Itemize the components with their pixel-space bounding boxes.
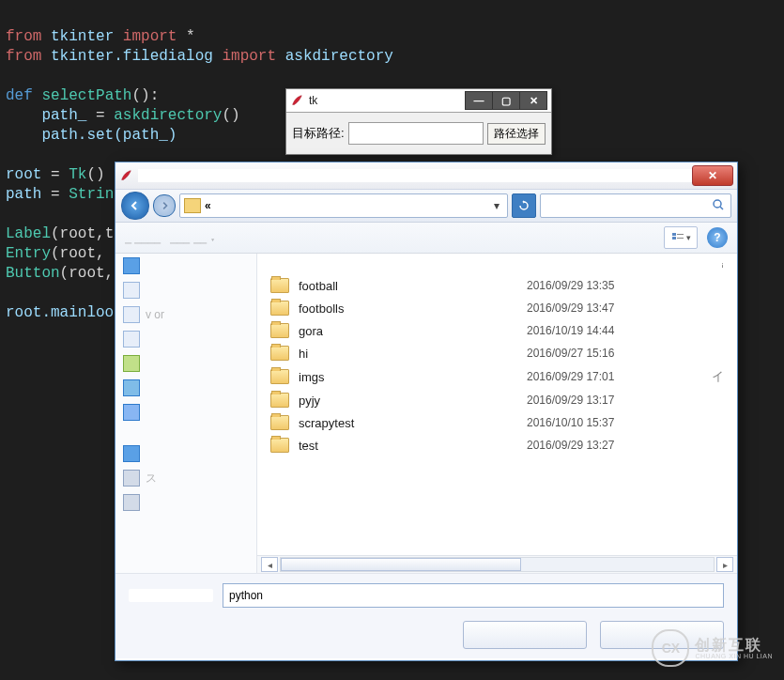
file-row[interactable]: gora2016/10/19 14:44 — [257, 319, 737, 342]
address-dropdown-icon[interactable]: ▾ — [490, 199, 503, 212]
file-date: 2016/09/29 13:47 — [527, 301, 677, 315]
back-button[interactable] — [121, 192, 149, 220]
dialog-close-button[interactable]: ✕ — [692, 165, 733, 186]
address-bar[interactable]: « ▾ — [179, 193, 508, 218]
music-icon — [123, 404, 140, 421]
file-name: football — [299, 279, 517, 293]
search-icon — [712, 198, 725, 214]
horizontal-scrollbar[interactable]: ◂ ▸ — [257, 555, 737, 573]
dialog-feather-icon — [119, 169, 132, 182]
file-dialog: ✕ « ▾ ⎯ ⎯⎯⎯⎯ ⎯⎯⎯ ⎯⎯ ▾ — [115, 162, 738, 661]
file-row[interactable]: footbolls2016/09/29 13:47 — [257, 297, 737, 319]
close-button[interactable]: ✕ — [519, 91, 547, 110]
folder-icon — [270, 346, 289, 361]
watermark: CX 创新互联 CHUANG XIN HU LIAN — [652, 629, 773, 667]
file-name: test — [299, 439, 517, 453]
file-row[interactable]: hi2016/09/27 15:16 — [257, 342, 737, 364]
file-name: imgs — [299, 370, 517, 384]
svg-rect-3 — [672, 237, 676, 240]
sidebar-item[interactable] — [115, 351, 256, 376]
watermark-cn: 创新互联 — [695, 638, 773, 653]
video-icon — [123, 379, 140, 396]
file-list: ꜟ football2016/09/29 13:35footbolls2016/… — [257, 254, 737, 573]
dialog-title — [138, 169, 692, 182]
select-path-button[interactable]: 路径选择 — [487, 123, 546, 145]
chevron-down-icon: ▾ — [686, 233, 691, 242]
doc-icon — [123, 331, 140, 348]
file-date: 2016/09/29 13:35 — [527, 279, 677, 292]
scroll-left-button[interactable]: ◂ — [261, 557, 278, 572]
view-mode-button[interactable]: ▾ — [664, 226, 698, 249]
file-row[interactable]: pyjy2016/09/29 13:17 — [257, 389, 737, 411]
filename-input[interactable]: python — [223, 583, 724, 608]
address-prefix: « — [205, 199, 211, 212]
file-row[interactable]: test2016/09/29 13:27 — [257, 434, 737, 456]
maximize-button[interactable]: ▢ — [492, 91, 520, 110]
sidebar-item[interactable] — [115, 490, 256, 515]
dialog-bottom: python — [115, 573, 737, 658]
list-icon — [671, 232, 684, 243]
file-date: 2016/09/29 17:01 — [527, 370, 677, 383]
file-name: scrapytest — [299, 416, 517, 430]
sidebar-item[interactable]: ス — [115, 466, 256, 490]
forward-button[interactable] — [153, 194, 176, 217]
toolbar-text-2: ⎯⎯⎯ ⎯⎯ ▾ — [170, 231, 216, 244]
column-right[interactable]: ꜟ — [686, 257, 724, 270]
disk-icon — [123, 494, 140, 511]
ok-button[interactable] — [463, 621, 587, 649]
svg-point-0 — [714, 200, 721, 208]
sidebar-item[interactable] — [115, 376, 256, 400]
folder-icon — [270, 323, 289, 338]
doc-icon — [123, 282, 140, 299]
tk-title: tk — [309, 94, 466, 107]
folder-icon — [270, 278, 289, 293]
sidebar-item[interactable] — [115, 327, 256, 351]
file-date: 2016/10/19 14:44 — [527, 324, 677, 337]
file-list-header[interactable]: ꜟ — [257, 254, 737, 274]
svg-line-1 — [720, 207, 723, 209]
toolbar: ⎯ ⎯⎯⎯⎯ ⎯⎯⎯ ⎯⎯ ▾ ▾ ? — [115, 223, 737, 254]
toolbar-text-1: ⎯ ⎯⎯⎯⎯ — [125, 231, 161, 244]
sidebar-item[interactable] — [115, 254, 256, 278]
scroll-track[interactable] — [280, 557, 715, 572]
file-name: hi — [299, 347, 517, 361]
dialog-titlebar[interactable]: ✕ — [115, 162, 737, 190]
refresh-button[interactable] — [512, 193, 536, 218]
disk-icon — [123, 470, 140, 487]
minimize-button[interactable]: — — [465, 91, 493, 110]
path-label: 目标路径: — [292, 125, 345, 142]
file-right: イ — [686, 368, 724, 385]
file-row[interactable]: scrapytest2016/10/10 15:37 — [257, 411, 737, 434]
computer-icon — [123, 445, 140, 462]
file-row[interactable]: imgs2016/09/29 17:01イ — [257, 364, 737, 389]
tk-titlebar[interactable]: tk — ▢ ✕ — [286, 89, 551, 113]
scroll-thumb[interactable] — [281, 558, 521, 571]
scroll-right-button[interactable]: ▸ — [716, 557, 733, 572]
folder-icon — [184, 198, 201, 213]
sidebar-item[interactable]: v or — [115, 302, 256, 327]
svg-rect-5 — [677, 238, 684, 239]
sidebar-item[interactable] — [115, 400, 256, 425]
folder-icon — [270, 369, 289, 384]
file-name: footbolls — [299, 301, 517, 316]
sidebar-item[interactable] — [115, 441, 256, 466]
file-name: gora — [299, 324, 517, 338]
tk-window: tk — ▢ ✕ 目标路径: 路径选择 — [285, 88, 552, 155]
svg-rect-4 — [677, 234, 684, 235]
folder-icon — [270, 393, 289, 408]
file-date: 2016/10/10 15:37 — [527, 416, 677, 429]
watermark-en: CHUANG XIN HU LIAN — [695, 653, 773, 659]
file-date: 2016/09/27 15:16 — [527, 347, 677, 360]
search-input[interactable] — [540, 193, 731, 218]
folder-icon — [270, 415, 289, 430]
file-name: pyjy — [299, 394, 517, 408]
path-entry[interactable] — [348, 122, 484, 145]
tk-feather-icon — [290, 94, 303, 107]
file-date: 2016/09/29 13:17 — [527, 394, 677, 407]
sidebar-item[interactable] — [115, 278, 256, 302]
file-row[interactable]: football2016/09/29 13:35 — [257, 274, 737, 297]
filename-value: python — [229, 589, 263, 602]
svg-rect-2 — [672, 233, 676, 236]
navigation-bar: « ▾ — [115, 190, 737, 223]
help-button[interactable]: ? — [707, 227, 728, 248]
